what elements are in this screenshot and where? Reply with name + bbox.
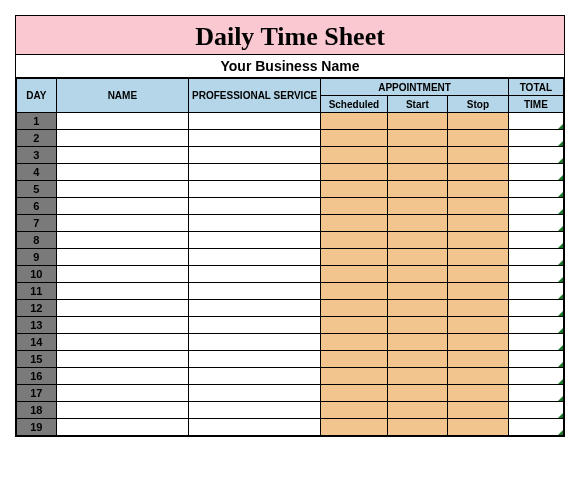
cell-sched[interactable] xyxy=(321,385,387,402)
cell-total[interactable] xyxy=(508,402,563,419)
cell-stop[interactable] xyxy=(448,113,509,130)
cell-sched[interactable] xyxy=(321,419,387,436)
day-cell[interactable]: 5 xyxy=(17,181,57,198)
cell-stop[interactable] xyxy=(448,368,509,385)
cell-stop[interactable] xyxy=(448,147,509,164)
cell-name[interactable] xyxy=(56,249,188,266)
cell-sched[interactable] xyxy=(321,283,387,300)
cell-name[interactable] xyxy=(56,181,188,198)
cell-start[interactable] xyxy=(387,164,448,181)
cell-name[interactable] xyxy=(56,215,188,232)
cell-total[interactable] xyxy=(508,419,563,436)
day-cell[interactable]: 17 xyxy=(17,385,57,402)
cell-start[interactable] xyxy=(387,300,448,317)
cell-prof[interactable] xyxy=(189,402,321,419)
cell-total[interactable] xyxy=(508,300,563,317)
cell-name[interactable] xyxy=(56,147,188,164)
cell-total[interactable] xyxy=(508,266,563,283)
cell-prof[interactable] xyxy=(189,232,321,249)
cell-stop[interactable] xyxy=(448,164,509,181)
cell-total[interactable] xyxy=(508,283,563,300)
cell-total[interactable] xyxy=(508,385,563,402)
cell-stop[interactable] xyxy=(448,317,509,334)
cell-start[interactable] xyxy=(387,334,448,351)
cell-total[interactable] xyxy=(508,334,563,351)
cell-start[interactable] xyxy=(387,215,448,232)
cell-sched[interactable] xyxy=(321,164,387,181)
cell-stop[interactable] xyxy=(448,198,509,215)
cell-prof[interactable] xyxy=(189,385,321,402)
cell-prof[interactable] xyxy=(189,283,321,300)
day-cell[interactable]: 15 xyxy=(17,351,57,368)
cell-start[interactable] xyxy=(387,368,448,385)
cell-total[interactable] xyxy=(508,368,563,385)
cell-name[interactable] xyxy=(56,351,188,368)
cell-stop[interactable] xyxy=(448,283,509,300)
day-cell[interactable]: 3 xyxy=(17,147,57,164)
cell-prof[interactable] xyxy=(189,368,321,385)
cell-stop[interactable] xyxy=(448,266,509,283)
cell-stop[interactable] xyxy=(448,402,509,419)
cell-sched[interactable] xyxy=(321,130,387,147)
cell-name[interactable] xyxy=(56,419,188,436)
day-cell[interactable]: 14 xyxy=(17,334,57,351)
cell-start[interactable] xyxy=(387,147,448,164)
cell-stop[interactable] xyxy=(448,419,509,436)
cell-total[interactable] xyxy=(508,198,563,215)
cell-start[interactable] xyxy=(387,113,448,130)
cell-stop[interactable] xyxy=(448,334,509,351)
cell-name[interactable] xyxy=(56,334,188,351)
cell-sched[interactable] xyxy=(321,317,387,334)
day-cell[interactable]: 1 xyxy=(17,113,57,130)
cell-total[interactable] xyxy=(508,130,563,147)
cell-sched[interactable] xyxy=(321,402,387,419)
cell-prof[interactable] xyxy=(189,334,321,351)
cell-start[interactable] xyxy=(387,198,448,215)
day-cell[interactable]: 4 xyxy=(17,164,57,181)
cell-sched[interactable] xyxy=(321,198,387,215)
cell-prof[interactable] xyxy=(189,164,321,181)
cell-sched[interactable] xyxy=(321,113,387,130)
cell-start[interactable] xyxy=(387,283,448,300)
cell-stop[interactable] xyxy=(448,232,509,249)
cell-start[interactable] xyxy=(387,266,448,283)
cell-prof[interactable] xyxy=(189,249,321,266)
cell-prof[interactable] xyxy=(189,181,321,198)
cell-total[interactable] xyxy=(508,215,563,232)
cell-name[interactable] xyxy=(56,266,188,283)
cell-sched[interactable] xyxy=(321,232,387,249)
cell-prof[interactable] xyxy=(189,266,321,283)
cell-name[interactable] xyxy=(56,113,188,130)
cell-prof[interactable] xyxy=(189,147,321,164)
cell-stop[interactable] xyxy=(448,300,509,317)
cell-stop[interactable] xyxy=(448,181,509,198)
cell-name[interactable] xyxy=(56,385,188,402)
cell-prof[interactable] xyxy=(189,317,321,334)
day-cell[interactable]: 8 xyxy=(17,232,57,249)
cell-stop[interactable] xyxy=(448,351,509,368)
day-cell[interactable]: 9 xyxy=(17,249,57,266)
cell-sched[interactable] xyxy=(321,266,387,283)
cell-name[interactable] xyxy=(56,164,188,181)
cell-total[interactable] xyxy=(508,181,563,198)
day-cell[interactable]: 7 xyxy=(17,215,57,232)
cell-start[interactable] xyxy=(387,402,448,419)
day-cell[interactable]: 18 xyxy=(17,402,57,419)
cell-name[interactable] xyxy=(56,232,188,249)
cell-sched[interactable] xyxy=(321,368,387,385)
day-cell[interactable]: 10 xyxy=(17,266,57,283)
cell-total[interactable] xyxy=(508,147,563,164)
cell-sched[interactable] xyxy=(321,249,387,266)
cell-name[interactable] xyxy=(56,402,188,419)
cell-sched[interactable] xyxy=(321,351,387,368)
day-cell[interactable]: 19 xyxy=(17,419,57,436)
cell-prof[interactable] xyxy=(189,198,321,215)
cell-name[interactable] xyxy=(56,198,188,215)
cell-stop[interactable] xyxy=(448,249,509,266)
cell-start[interactable] xyxy=(387,317,448,334)
cell-start[interactable] xyxy=(387,351,448,368)
cell-prof[interactable] xyxy=(189,215,321,232)
cell-sched[interactable] xyxy=(321,334,387,351)
cell-total[interactable] xyxy=(508,351,563,368)
cell-name[interactable] xyxy=(56,368,188,385)
